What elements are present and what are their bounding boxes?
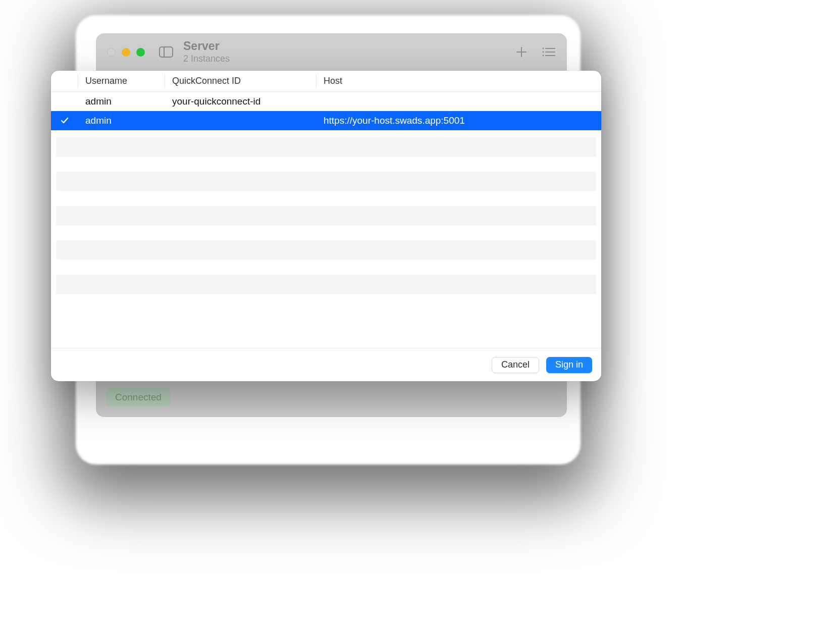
- window-controls: [107, 48, 145, 57]
- empty-row: [56, 172, 596, 191]
- close-window-button[interactable]: [107, 48, 116, 57]
- status-badge: Connected: [106, 388, 171, 407]
- svg-point-6: [543, 52, 544, 53]
- titlebar: Server 2 Instances: [96, 33, 567, 71]
- table-row[interactable]: admin https://your-host.swads.app:5001: [51, 111, 601, 130]
- table-row[interactable]: admin your-quickconnect-id: [51, 92, 601, 111]
- column-host[interactable]: Host: [317, 75, 601, 88]
- empty-row: [56, 137, 596, 157]
- add-icon[interactable]: [515, 46, 528, 58]
- signin-sheet: Username QuickConnect ID Host admin your…: [51, 71, 601, 381]
- table-header: Username QuickConnect ID Host: [51, 71, 601, 92]
- column-selected[interactable]: [51, 75, 78, 88]
- list-icon[interactable]: [542, 46, 556, 58]
- sidebar-toggle-icon[interactable]: [159, 46, 173, 58]
- minimize-window-button[interactable]: [122, 48, 130, 57]
- row-username: admin: [78, 96, 165, 107]
- sheet-footer: Cancel Sign in: [51, 348, 601, 381]
- svg-point-4: [543, 48, 544, 49]
- title-group: Server 2 Instances: [183, 40, 230, 64]
- signin-button[interactable]: Sign in: [546, 357, 592, 373]
- empty-row: [56, 206, 596, 225]
- column-username[interactable]: Username: [78, 75, 165, 88]
- row-quickconnect: your-quickconnect-id: [165, 96, 317, 107]
- window-subtitle: 2 Instances: [183, 54, 230, 64]
- checkmark-icon: [51, 116, 78, 125]
- empty-row: [56, 240, 596, 260]
- column-quickconnect[interactable]: QuickConnect ID: [165, 75, 317, 88]
- row-host: https://your-host.swads.app:5001: [317, 115, 601, 126]
- maximize-window-button[interactable]: [136, 48, 145, 57]
- table-body: admin your-quickconnect-id admin https:/…: [51, 92, 601, 348]
- row-username: admin: [78, 115, 165, 126]
- svg-point-8: [543, 55, 544, 57]
- cancel-button[interactable]: Cancel: [492, 357, 539, 373]
- svg-rect-0: [160, 47, 173, 57]
- window-title: Server: [183, 40, 230, 53]
- empty-row: [56, 275, 596, 294]
